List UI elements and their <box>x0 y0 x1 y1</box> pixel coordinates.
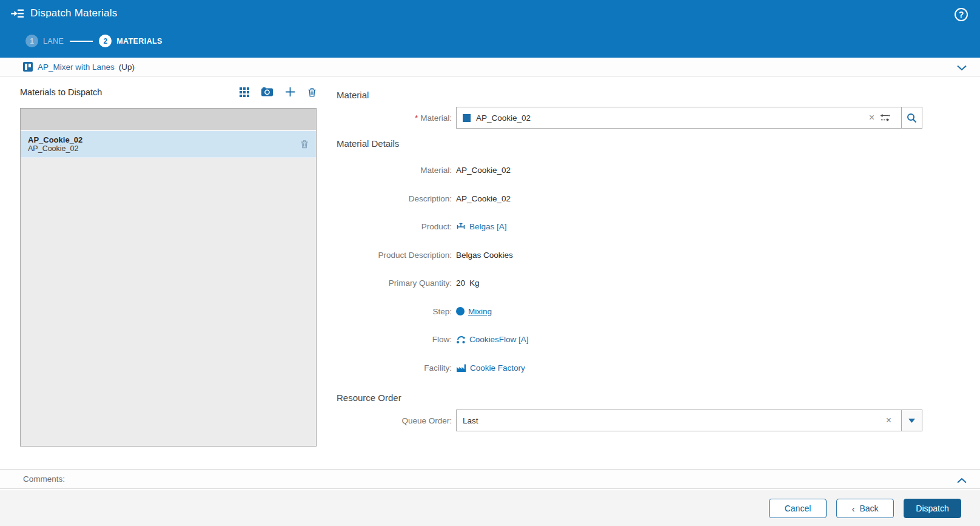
material-item-description: AP_Cookie_02 <box>28 144 82 153</box>
step-connector <box>70 41 93 42</box>
detail-description-label: Description: <box>337 194 452 203</box>
detail-material-label: Material: <box>337 166 452 175</box>
context-resource-suffix: (Up) <box>119 62 135 72</box>
material-section-title: Material <box>337 90 922 100</box>
lane-board-icon <box>23 62 33 72</box>
detail-flow-label: Flow: <box>337 335 452 344</box>
dialog-title: Dispatch Materials <box>30 7 117 19</box>
material-list-item[interactable]: AP_Cookie_02 AP_Cookie_02 <box>21 131 316 158</box>
search-icon[interactable] <box>901 107 922 128</box>
clear-icon[interactable]: × <box>882 416 895 425</box>
product-link[interactable]: Belgas [A] <box>456 222 507 231</box>
flow-icon <box>456 335 466 344</box>
chevron-down-icon[interactable] <box>957 62 967 73</box>
help-icon[interactable]: ? <box>955 8 968 21</box>
material-combobox[interactable]: AP_Cookie_02 × <box>456 107 922 129</box>
clear-icon[interactable]: × <box>865 113 878 123</box>
detail-row-description: Description: AP_Cookie_02 <box>337 192 922 205</box>
detail-step-label: Step: <box>337 307 452 316</box>
detail-description-value: AP_Cookie_02 <box>456 194 511 203</box>
material-item-name: AP_Cookie_02 <box>28 135 82 144</box>
detail-product-description-value: Belgas Cookies <box>456 251 513 260</box>
step-link[interactable]: Mixing <box>456 307 492 316</box>
queue-order-label: Queue Order: <box>337 416 452 425</box>
camera-icon[interactable] <box>261 87 273 96</box>
back-chevron-icon: ‹ <box>851 504 854 514</box>
required-marker: * <box>415 113 418 123</box>
resource-order-section-title: Resource Order <box>337 393 922 403</box>
queue-order-dropdown[interactable]: Last × <box>456 410 922 431</box>
material-icon <box>463 114 471 122</box>
materials-list-header <box>21 109 316 131</box>
detail-row-product-description: Product Description: Belgas Cookies <box>337 248 922 261</box>
dispatch-button[interactable]: Dispatch <box>904 499 961 518</box>
detail-facility-label: Facility: <box>337 363 452 373</box>
wizard-steps: 1 LANE 2 MATERIALS <box>25 35 163 47</box>
product-icon <box>456 223 466 231</box>
flow-link[interactable]: CookiesFlow [A] <box>456 335 529 344</box>
detail-row-material: Material: AP_Cookie_02 <box>337 164 922 177</box>
grid-view-icon[interactable] <box>240 87 249 97</box>
detail-primary-quantity-label: Primary Quantity: <box>337 278 452 288</box>
dialog-header: Dispatch Materials ? 1 LANE 2 MATERIALS <box>0 0 980 58</box>
context-resource-link[interactable]: AP_Mixer with Lanes <box>38 62 115 72</box>
materials-list: AP_Cookie_02 AP_Cookie_02 <box>20 108 317 447</box>
materials-panel-title: Materials to Dispatch <box>20 87 102 97</box>
step-2-label: MATERIALS <box>116 37 163 46</box>
back-button[interactable]: ‹Back <box>836 499 894 518</box>
step-2-circle[interactable]: 2 <box>99 35 112 47</box>
context-bar: AP_Mixer with Lanes (Up) <box>0 58 980 76</box>
comments-bar: Comments: <box>0 469 980 489</box>
wizard-step-lane[interactable]: 1 LANE <box>25 35 64 47</box>
detail-material-value: AP_Cookie_02 <box>456 166 511 175</box>
detail-product-label: Product: <box>337 222 452 231</box>
material-field-value: AP_Cookie_02 <box>476 113 531 123</box>
detail-row-flow: Flow: CookiesFlow [A] <box>337 333 922 346</box>
dispatch-icon <box>11 8 24 19</box>
step-status-icon <box>456 307 465 315</box>
detail-primary-quantity-unit: Kg <box>469 278 480 288</box>
comments-label: Comments: <box>23 474 65 484</box>
footer: Cancel ‹Back Dispatch <box>0 490 980 526</box>
facility-icon <box>456 363 466 373</box>
step-1-label: LANE <box>43 37 64 46</box>
detail-row-product: Product: Belgas [A] <box>337 220 922 234</box>
wizard-step-materials[interactable]: 2 MATERIALS <box>99 35 163 47</box>
detail-row-step: Step: Mixing <box>337 305 922 318</box>
dropdown-arrow-icon[interactable] <box>901 410 922 431</box>
material-details-section-title: Material Details <box>337 138 922 149</box>
materials-toolbar <box>240 87 317 97</box>
cancel-button[interactable]: Cancel <box>769 499 827 518</box>
detail-product-description-label: Product Description: <box>337 251 452 260</box>
chevron-up-icon[interactable] <box>957 475 967 486</box>
detail-primary-quantity-value: 20 <box>456 278 465 288</box>
material-field-label: *Material: <box>337 113 452 123</box>
facility-link[interactable]: Cookie Factory <box>456 363 525 373</box>
advanced-filter-icon[interactable] <box>879 113 890 122</box>
detail-row-primary-quantity: Primary Quantity: 20Kg <box>337 277 922 290</box>
step-1-circle[interactable]: 1 <box>25 35 38 47</box>
queue-order-value: Last <box>463 416 478 425</box>
material-detail-panel: Material *Material: AP_Cookie_02 × Mater… <box>337 76 922 431</box>
add-icon[interactable] <box>285 87 295 97</box>
detail-row-facility: Facility: Cookie Factory <box>337 361 922 374</box>
remove-item-icon[interactable] <box>300 140 309 149</box>
delete-icon[interactable] <box>307 87 317 97</box>
